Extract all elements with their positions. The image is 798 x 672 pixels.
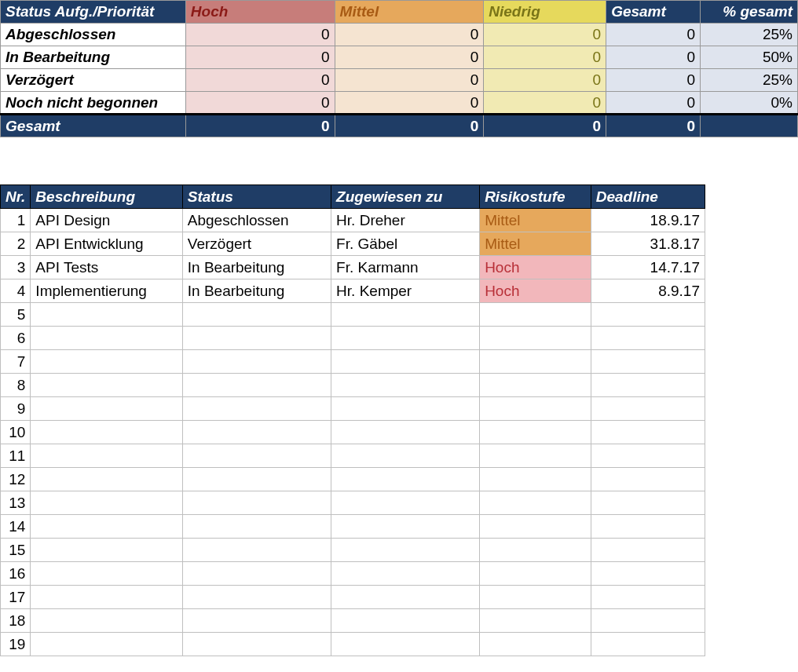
task-cell-nr[interactable]: 8 [1,374,31,397]
task-cell-nr[interactable]: 16 [1,562,31,586]
summary-row-label[interactable]: Noch nicht begonnen [1,92,186,115]
task-cell-zugewiesen[interactable] [331,327,480,350]
task-cell-zugewiesen[interactable] [331,586,480,609]
summary-cell-gesamt[interactable]: 0 [606,69,701,92]
task-cell-status[interactable]: Verzögert [182,232,331,256]
task-cell-risikostufe[interactable] [480,491,591,515]
summary-total-label[interactable]: Gesamt [1,115,186,137]
summary-total-pct[interactable] [701,115,798,137]
summary-row-label[interactable]: Abgeschlossen [1,24,186,46]
task-cell-status[interactable]: In Bearbeitung [182,256,331,279]
task-cell-zugewiesen[interactable] [331,539,480,562]
task-cell-deadline[interactable]: 14.7.17 [591,256,705,279]
task-cell-beschreibung[interactable]: API Design [31,209,182,232]
task-cell-risikostufe[interactable] [480,397,591,421]
task-cell-zugewiesen[interactable] [331,374,480,397]
task-cell-beschreibung[interactable]: API Tests [31,256,182,279]
task-cell-zugewiesen[interactable] [331,609,480,633]
task-cell-deadline[interactable] [591,539,705,562]
summary-cell-hoch[interactable]: 0 [185,46,335,69]
task-cell-deadline[interactable] [591,350,705,374]
summary-total-hoch[interactable]: 0 [185,115,335,137]
task-cell-nr[interactable]: 19 [1,633,31,656]
task-cell-status[interactable] [182,609,331,633]
summary-cell-niedrig[interactable]: 0 [484,24,606,46]
task-cell-zugewiesen[interactable] [331,444,480,468]
task-cell-deadline[interactable] [591,444,705,468]
task-cell-status[interactable] [182,444,331,468]
task-cell-risikostufe[interactable] [480,444,591,468]
summary-cell-gesamt[interactable]: 0 [606,46,701,69]
tasks-header-zugewiesen[interactable]: Zugewiesen zu [331,185,480,209]
task-cell-nr[interactable]: 14 [1,515,31,539]
task-cell-nr[interactable]: 6 [1,327,31,350]
summary-header-mittel[interactable]: Mittel [335,1,484,24]
task-cell-beschreibung[interactable]: Implementierung [31,279,182,303]
task-cell-status[interactable] [182,421,331,444]
summary-header-hoch[interactable]: Hoch [185,1,335,24]
task-cell-beschreibung[interactable] [31,327,182,350]
task-cell-status[interactable] [182,327,331,350]
task-cell-zugewiesen[interactable] [331,397,480,421]
task-cell-risikostufe[interactable]: Mittel [480,209,591,232]
summary-cell-pct[interactable]: 25% [701,24,798,46]
task-cell-risikostufe[interactable] [480,327,591,350]
task-cell-deadline[interactable] [591,586,705,609]
summary-row-label[interactable]: Verzögert [1,69,186,92]
summary-total-gesamt[interactable]: 0 [606,115,701,137]
task-cell-zugewiesen[interactable] [331,468,480,491]
tasks-header-nr[interactable]: Nr. [1,185,31,209]
task-cell-risikostufe[interactable] [480,350,591,374]
task-cell-status[interactable] [182,397,331,421]
task-cell-beschreibung[interactable] [31,633,182,656]
task-cell-zugewiesen[interactable] [331,633,480,656]
summary-header-pct[interactable]: % gesamt [701,1,798,24]
summary-total-niedrig[interactable]: 0 [484,115,606,137]
task-cell-zugewiesen[interactable]: Fr. Gäbel [331,232,480,256]
summary-cell-mittel[interactable]: 0 [335,24,484,46]
task-cell-zugewiesen[interactable]: Hr. Dreher [331,209,480,232]
task-cell-risikostufe[interactable] [480,609,591,633]
task-cell-beschreibung[interactable] [31,515,182,539]
summary-cell-hoch[interactable]: 0 [185,24,335,46]
task-cell-beschreibung[interactable] [31,303,182,327]
task-cell-deadline[interactable] [591,515,705,539]
task-cell-nr[interactable]: 2 [1,232,31,256]
task-cell-risikostufe[interactable] [480,539,591,562]
task-cell-beschreibung[interactable] [31,421,182,444]
task-cell-nr[interactable]: 5 [1,303,31,327]
task-cell-beschreibung[interactable] [31,468,182,491]
task-cell-beschreibung[interactable] [31,374,182,397]
task-cell-risikostufe[interactable]: Hoch [480,279,591,303]
task-cell-deadline[interactable]: 31.8.17 [591,232,705,256]
task-cell-beschreibung[interactable] [31,539,182,562]
task-cell-beschreibung[interactable] [31,397,182,421]
task-cell-status[interactable]: In Bearbeitung [182,279,331,303]
summary-cell-niedrig[interactable]: 0 [484,92,606,115]
task-cell-nr[interactable]: 13 [1,491,31,515]
task-cell-nr[interactable]: 10 [1,421,31,444]
summary-header-status[interactable]: Status Aufg./Priorität [1,1,186,24]
summary-cell-niedrig[interactable]: 0 [484,69,606,92]
summary-cell-hoch[interactable]: 0 [185,92,335,115]
task-cell-nr[interactable]: 11 [1,444,31,468]
tasks-header-risikostufe[interactable]: Risikostufe [480,185,591,209]
task-cell-zugewiesen[interactable] [331,491,480,515]
task-cell-status[interactable] [182,515,331,539]
task-cell-status[interactable]: Abgeschlossen [182,209,331,232]
summary-cell-pct[interactable]: 50% [701,46,798,69]
task-cell-risikostufe[interactable]: Mittel [480,232,591,256]
task-cell-zugewiesen[interactable] [331,562,480,586]
task-cell-nr[interactable]: 9 [1,397,31,421]
task-cell-status[interactable] [182,633,331,656]
task-cell-deadline[interactable] [591,397,705,421]
task-cell-nr[interactable]: 4 [1,279,31,303]
task-cell-nr[interactable]: 15 [1,539,31,562]
task-cell-status[interactable] [182,562,331,586]
task-cell-risikostufe[interactable] [480,515,591,539]
tasks-header-beschreibung[interactable]: Beschreibung [31,185,182,209]
task-cell-nr[interactable]: 3 [1,256,31,279]
summary-header-niedrig[interactable]: Niedrig [484,1,606,24]
task-cell-deadline[interactable] [591,327,705,350]
task-cell-zugewiesen[interactable] [331,421,480,444]
